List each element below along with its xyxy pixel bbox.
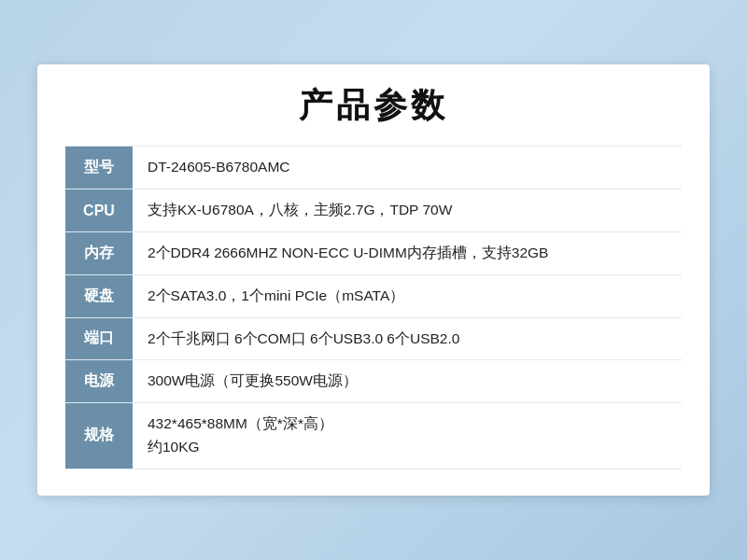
table-row: 电源300W电源（可更换550W电源） (65, 360, 682, 403)
row-value: 432*465*88MM（宽*深*高）约10KG (133, 403, 682, 469)
row-value: 2个SATA3.0，1个mini PCIe（mSATA） (133, 274, 682, 317)
table-row: 规格432*465*88MM（宽*深*高）约10KG (65, 403, 682, 469)
table-row: 端口2个千兆网口 6个COM口 6个USB3.0 6个USB2.0 (65, 317, 682, 360)
row-value: 300W电源（可更换550W电源） (133, 360, 682, 403)
row-label: 型号 (65, 147, 133, 189)
row-value: 支持KX-U6780A，八核，主频2.7G，TDP 70W (133, 189, 682, 232)
row-label: 内存 (65, 231, 133, 274)
page-title: 产品参数 (65, 83, 682, 129)
specs-table: 型号DT-24605-B6780AMCCPU支持KX-U6780A，八核，主频2… (65, 146, 682, 469)
product-specs-card: 产品参数 型号DT-24605-B6780AMCCPU支持KX-U6780A，八… (37, 64, 710, 495)
row-label: CPU (65, 189, 133, 232)
row-value: 2个DDR4 2666MHZ NON-ECC U-DIMM内存插槽，支持32GB (133, 231, 682, 274)
row-label: 规格 (65, 403, 133, 469)
table-row: 内存2个DDR4 2666MHZ NON-ECC U-DIMM内存插槽，支持32… (65, 231, 682, 274)
table-row: 型号DT-24605-B6780AMC (65, 147, 682, 189)
row-label: 硬盘 (65, 274, 133, 317)
row-label: 端口 (65, 317, 133, 360)
row-value: 2个千兆网口 6个COM口 6个USB3.0 6个USB2.0 (133, 317, 682, 360)
row-value: DT-24605-B6780AMC (133, 147, 682, 189)
table-row: 硬盘2个SATA3.0，1个mini PCIe（mSATA） (65, 274, 682, 317)
row-label: 电源 (65, 360, 133, 403)
table-row: CPU支持KX-U6780A，八核，主频2.7G，TDP 70W (65, 189, 682, 232)
